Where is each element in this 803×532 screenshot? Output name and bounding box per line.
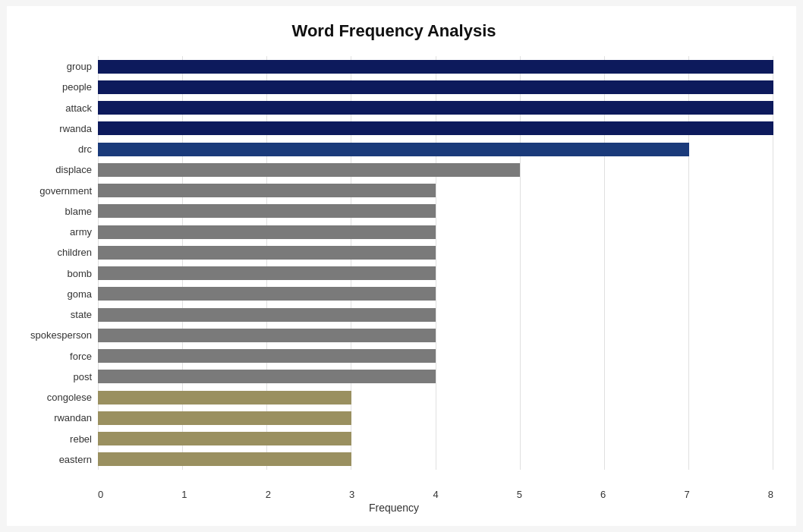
- bar: [98, 80, 773, 94]
- bar-row: [98, 368, 773, 385]
- bar: [98, 287, 436, 301]
- bar: [98, 101, 773, 115]
- bar-row: [98, 120, 773, 137]
- bar-row: [98, 79, 773, 96]
- bars-and-grid: [98, 56, 773, 470]
- grid-line: [773, 56, 773, 470]
- y-label: goma: [14, 289, 92, 299]
- bar: [98, 452, 351, 466]
- grid-line: [182, 56, 183, 470]
- grid-line: [688, 56, 689, 470]
- bar: [98, 163, 520, 177]
- bar: [98, 60, 773, 74]
- y-label: attack: [14, 103, 92, 113]
- bar: [98, 329, 436, 342]
- bar: [98, 204, 436, 218]
- y-label: government: [14, 186, 92, 196]
- y-label: rebel: [14, 434, 92, 444]
- y-label: people: [14, 82, 92, 92]
- chart-area: grouppeopleattackrwandadrcdisplacegovern…: [14, 56, 773, 470]
- x-tick: 6: [600, 489, 606, 500]
- y-label: state: [14, 310, 92, 320]
- bar-row: [98, 141, 773, 158]
- grid-lines: [98, 56, 773, 470]
- chart-title: Word Frequency Analysis: [14, 21, 773, 41]
- y-label: drc: [14, 144, 92, 154]
- y-label: blame: [14, 206, 92, 216]
- bar: [98, 225, 436, 239]
- bar-row: [98, 265, 773, 282]
- y-label: army: [14, 227, 92, 237]
- grid-line: [604, 56, 605, 470]
- bar-row: [98, 348, 773, 364]
- x-tick: 1: [181, 489, 187, 500]
- bar-row: [98, 244, 773, 261]
- x-tick: 8: [768, 489, 773, 500]
- y-label: post: [14, 372, 92, 382]
- x-tick: 3: [349, 489, 354, 500]
- bar: [98, 308, 436, 322]
- x-tick: 4: [433, 489, 438, 500]
- y-label: force: [14, 351, 92, 361]
- grid-line: [520, 56, 521, 470]
- bar-row: [98, 389, 773, 406]
- bar: [98, 432, 351, 445]
- bar: [98, 121, 773, 135]
- y-label: rwandan: [14, 413, 92, 423]
- y-label: group: [14, 61, 92, 71]
- bar: [98, 411, 351, 425]
- x-tick: 2: [266, 489, 271, 500]
- bar: [98, 349, 436, 363]
- bar: [98, 184, 436, 197]
- bar: [98, 266, 436, 280]
- y-label: children: [14, 247, 92, 257]
- x-axis: 012345678: [98, 489, 773, 500]
- bar: [98, 246, 436, 260]
- y-label: congolese: [14, 392, 92, 402]
- x-axis-label: Frequency: [14, 502, 773, 514]
- grid-line: [436, 56, 436, 470]
- y-label: rwanda: [14, 124, 92, 134]
- bar-row: [98, 451, 773, 467]
- bar-row: [98, 327, 773, 344]
- chart-container: Word Frequency Analysis grouppeopleattac…: [7, 6, 796, 526]
- bar-row: [98, 410, 773, 427]
- y-axis: grouppeopleattackrwandadrcdisplacegovern…: [14, 56, 98, 470]
- bar-row: [98, 182, 773, 199]
- bar-row: [98, 162, 773, 178]
- bar-row: [98, 285, 773, 302]
- y-label: spokesperson: [14, 330, 92, 340]
- grid-line: [351, 56, 351, 470]
- bar: [98, 391, 351, 405]
- grid-line: [266, 56, 267, 470]
- x-tick: 7: [684, 489, 689, 500]
- grid-line: [98, 56, 99, 470]
- x-tick: 0: [98, 489, 103, 500]
- bar: [98, 143, 689, 156]
- bar-row: [98, 430, 773, 447]
- bar-row: [98, 307, 773, 323]
- x-tick: 5: [517, 489, 522, 500]
- bar-row: [98, 224, 773, 241]
- y-label: displace: [14, 165, 92, 175]
- bar: [98, 370, 436, 383]
- bar-row: [98, 203, 773, 219]
- bar-row: [98, 99, 773, 116]
- y-label: bomb: [14, 269, 92, 279]
- bar-row: [98, 58, 773, 75]
- y-label: eastern: [14, 455, 92, 464]
